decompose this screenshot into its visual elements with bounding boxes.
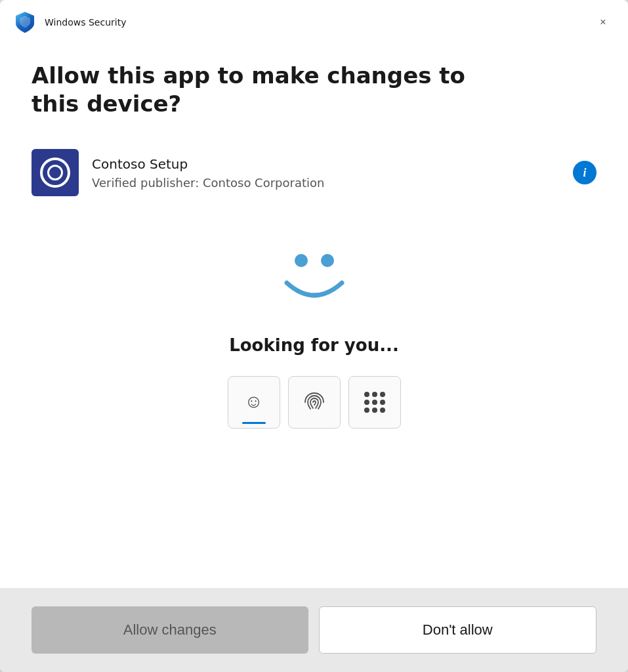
pin-auth-button[interactable] bbox=[348, 376, 401, 429]
main-content: Allow this app to make changes to this d… bbox=[0, 41, 628, 588]
app-info-row: Contoso Setup Verified publisher: Contos… bbox=[31, 149, 597, 196]
smile-face-icon bbox=[268, 236, 360, 314]
dialog-footer: Allow changes Don't allow bbox=[0, 588, 628, 672]
face-auth-button[interactable]: ☺ bbox=[228, 376, 280, 429]
pin-grid-icon bbox=[364, 392, 385, 413]
allow-changes-button[interactable]: Allow changes bbox=[31, 606, 308, 654]
pin-dot bbox=[372, 392, 377, 397]
title-bar-left: Windows Security bbox=[13, 10, 583, 34]
pin-dot bbox=[364, 392, 369, 397]
face-animation bbox=[31, 236, 597, 314]
pin-dot bbox=[380, 400, 385, 405]
app-icon-inner bbox=[40, 158, 70, 188]
app-icon bbox=[31, 149, 79, 196]
pin-dot bbox=[364, 408, 369, 413]
app-name: Contoso Setup bbox=[92, 156, 560, 172]
fingerprint-icon bbox=[303, 390, 326, 414]
pin-dot bbox=[372, 408, 377, 413]
uac-question: Allow this app to make changes to this d… bbox=[31, 62, 504, 117]
windows-security-icon bbox=[13, 10, 37, 34]
title-bar: Windows Security × bbox=[0, 0, 628, 41]
svg-point-0 bbox=[295, 254, 308, 267]
app-text: Contoso Setup Verified publisher: Contos… bbox=[92, 156, 560, 190]
pin-dot bbox=[380, 392, 385, 397]
pin-dot bbox=[364, 400, 369, 405]
title-bar-title: Windows Security bbox=[45, 17, 126, 28]
face-auth-icon: ☺ bbox=[244, 392, 263, 411]
pin-dot bbox=[380, 408, 385, 413]
uac-dialog: Windows Security × Allow this app to mak… bbox=[0, 0, 628, 672]
pin-dot bbox=[372, 400, 377, 405]
dont-allow-button[interactable]: Don't allow bbox=[319, 606, 597, 654]
looking-text: Looking for you... bbox=[31, 335, 597, 355]
svg-point-1 bbox=[321, 254, 334, 267]
info-button[interactable]: i bbox=[573, 161, 597, 184]
fingerprint-auth-button[interactable] bbox=[288, 376, 341, 429]
auth-methods: ☺ bbox=[31, 376, 597, 429]
app-publisher: Verified publisher: Contoso Corporation bbox=[92, 176, 560, 190]
close-button[interactable]: × bbox=[591, 10, 615, 34]
app-icon-circle bbox=[47, 165, 63, 180]
